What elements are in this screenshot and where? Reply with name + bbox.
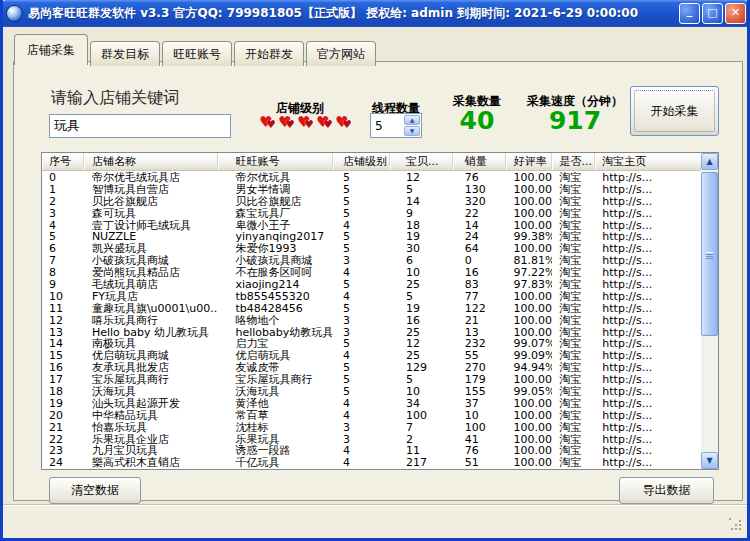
heart-icon: ♥♥ [316, 114, 335, 133]
export-data-button[interactable]: 导出数据 [619, 477, 714, 504]
tab-2[interactable]: 旺旺账号 [162, 41, 232, 66]
table-cell: http://s... [595, 255, 701, 267]
thread-count-stepper[interactable]: ▲ ▼ [370, 113, 422, 138]
table-row[interactable]: 21怡嘉乐玩具沈桂标37100100.00%淘宝http://s... [42, 422, 701, 434]
keyword-input[interactable] [49, 114, 231, 138]
table-cell: 4 [333, 220, 390, 232]
table-row[interactable]: 1智博玩具自营店男女半情调55130100.00%淘宝http://s... [42, 184, 701, 196]
table-row[interactable]: 18沃海玩具沃海玩具51015599.05%淘宝http://s... [42, 386, 701, 398]
table-row[interactable]: 24樂高式积木直销店千亿玩具421751100.00%淘宝http://s... [42, 457, 701, 469]
table-cell: 100.00% [506, 243, 553, 255]
table-cell: 淘宝 [552, 303, 595, 315]
table-cell: 5 [333, 362, 390, 374]
app-window: 易尚客旺旺群发软件 v3.3 官方QQ: 799981805【正式版】 授权给:… [0, 0, 750, 541]
table-row[interactable]: 5NUZZLEyinyanqing20175192499.38%淘宝http:/… [42, 231, 701, 243]
column-header[interactable]: 销量 [453, 153, 506, 170]
table-cell: 淘宝 [552, 196, 595, 208]
table-cell: 沃海玩具 [218, 386, 333, 398]
stepper-down-button[interactable]: ▼ [404, 126, 420, 136]
table-cell: 22 [453, 208, 506, 220]
table-row[interactable]: 13Hello baby 幼儿教玩具hellobaby幼教玩具32513100.… [42, 327, 701, 339]
start-collect-button[interactable]: 开始采集 [630, 86, 719, 136]
table-row[interactable]: 17宝乐屋玩具商行宝乐屋玩具商行55179100.00%淘宝http://s..… [42, 374, 701, 386]
table-row[interactable]: 20中华精品玩具常百草410010100.00%淘宝http://s... [42, 410, 701, 422]
table-row[interactable]: 22乐果玩具企业店乐果玩具3241100.00%淘宝http://s... [42, 434, 701, 446]
thread-count-input[interactable] [371, 114, 405, 137]
table-cell: 诱惑一段路 [218, 445, 333, 457]
table-cell: 100.00% [506, 398, 553, 410]
table-row[interactable]: 12嘻乐玩具商行咯物地个31621100.00%淘宝http://s... [42, 315, 701, 327]
column-header[interactable]: 旺旺账号 [218, 153, 333, 170]
table-cell: 5 [333, 184, 390, 196]
column-header[interactable]: 序号 [42, 153, 84, 170]
maximize-button[interactable]: □ [702, 3, 723, 24]
resize-grip-icon[interactable] [729, 518, 743, 532]
table-cell: 淘宝 [552, 457, 595, 469]
table-row[interactable]: 7小破孩玩具商城小破孩玩具商城36081.81%淘宝http://s... [42, 255, 701, 267]
table-cell: 小破孩玩具商城 [84, 255, 219, 267]
table-cell: 13 [453, 327, 506, 339]
column-header[interactable]: 淘宝主页 [595, 153, 701, 170]
table-cell: 19 [390, 231, 453, 243]
table-cell: 100.00% [506, 315, 553, 327]
tab-4[interactable]: 官方网站 [306, 41, 376, 66]
table-cell: 100.00% [506, 220, 553, 232]
table-row[interactable]: 23九月宝贝玩具诱惑一段路41176100.00%淘宝http://s... [42, 445, 701, 457]
table-row[interactable]: 4壹丁设计师毛绒玩具卑微小王子41814100.00%淘宝http://s... [42, 220, 701, 232]
scrollbar-thumb[interactable] [701, 172, 718, 336]
table-row[interactable]: 9毛绒玩具萌店xiaojing2145258397.83%淘宝http://s.… [42, 279, 701, 291]
table-cell: 嘻乐玩具商行 [84, 315, 219, 327]
vertical-scrollbar[interactable]: ▲ ▼ [701, 153, 718, 469]
scrollbar-up-button[interactable]: ▲ [701, 153, 718, 170]
column-header[interactable]: 好评率 [506, 153, 553, 170]
table-cell: 129 [390, 362, 453, 374]
table-row[interactable]: 2贝比谷旗舰店贝比谷旗舰店514320100.00%淘宝http://s... [42, 196, 701, 208]
table-cell: 常百草 [218, 410, 333, 422]
tab-1[interactable]: 群发目标 [90, 41, 160, 66]
table-cell: 25 [390, 279, 453, 291]
table-row[interactable]: 15优启萌玩具商城优启萌玩具4255599.09%淘宝http://s... [42, 350, 701, 362]
table-cell: 童趣玩具旗\u0001\u00... [84, 303, 219, 315]
table-cell: http://s... [595, 315, 701, 327]
column-header[interactable]: 店铺名称 [84, 153, 219, 170]
table-cell: 5 [390, 374, 453, 386]
table-cell: 不在服务区呵呵 [218, 267, 333, 279]
table-cell: tb855455320 [218, 291, 333, 303]
app-icon [6, 5, 23, 22]
column-header[interactable]: 宝贝... [390, 153, 453, 170]
table-header: 序号店铺名称旺旺账号店铺级别宝贝...销量好评率是否...淘宝主页 [42, 153, 701, 171]
column-header[interactable]: 店铺级别 [333, 153, 390, 170]
heart-icon: ♥♥ [297, 114, 316, 133]
table-cell: 0 [42, 172, 84, 184]
table-cell: 94.94% [506, 362, 553, 374]
close-button[interactable]: ✕ [725, 3, 746, 24]
table-row[interactable]: 6凯兴盛玩具朱爱你199353064100.00%淘宝http://s... [42, 243, 701, 255]
table-row[interactable]: 14南极玩具启力宝51223299.07%淘宝http://s... [42, 338, 701, 350]
scrollbar-down-button[interactable]: ▼ [701, 452, 718, 469]
table-cell: 37 [453, 398, 506, 410]
table-cell: 6 [390, 255, 453, 267]
table-cell: 淘宝 [552, 386, 595, 398]
table-cell: 5 [333, 231, 390, 243]
clear-data-button[interactable]: 清空数据 [49, 477, 141, 504]
stepper-up-button[interactable]: ▲ [404, 115, 420, 125]
table-row[interactable]: 10FY玩具店tb8554553204577100.00%淘宝http://s.… [42, 291, 701, 303]
table-row[interactable]: 16友承玩具批发店友诚皮带512927094.94%淘宝http://s... [42, 362, 701, 374]
table-cell: 14 [390, 196, 453, 208]
table-cell: 232 [453, 338, 506, 350]
tab-0[interactable]: 店铺采集 [14, 34, 88, 65]
table-cell: 7 [390, 422, 453, 434]
table-cell: 100.00% [506, 291, 553, 303]
table-row[interactable]: 3森可玩具森宝玩具厂5922100.00%淘宝http://s... [42, 208, 701, 220]
table-row[interactable]: 11童趣玩具旗\u0001\u00...tb48428456519122100.… [42, 303, 701, 315]
minimize-button[interactable]: _ [679, 3, 700, 24]
column-header[interactable]: 是否... [552, 153, 595, 170]
title-bar[interactable]: 易尚客旺旺群发软件 v3.3 官方QQ: 799981805【正式版】 授权给:… [0, 0, 750, 27]
table-cell: NUZZLE [84, 231, 219, 243]
table-cell: 100.00% [506, 445, 553, 457]
table-cell: 100 [453, 422, 506, 434]
table-row[interactable]: 8爱尚熊玩具精品店不在服务区呵呵4101697.22%淘宝http://s... [42, 267, 701, 279]
table-row[interactable]: 0帝尔优毛绒玩具店帝尔优玩具51276100.00%淘宝http://s... [42, 172, 701, 184]
table-row[interactable]: 19汕头玩具起源开发黄泽他43437100.00%淘宝http://s... [42, 398, 701, 410]
tab-3[interactable]: 开始群发 [234, 41, 304, 66]
